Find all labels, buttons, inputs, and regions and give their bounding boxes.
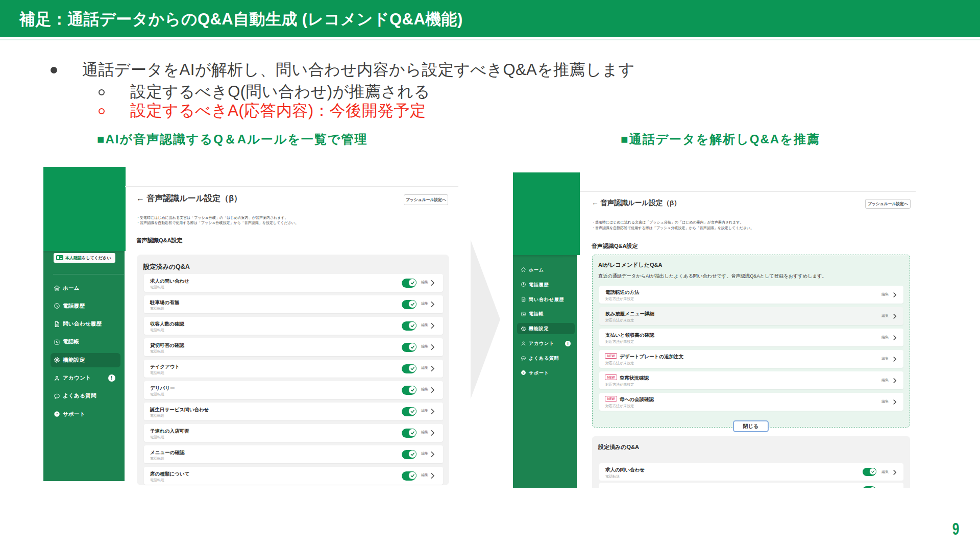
svg-text:?: ? [523,371,525,374]
svg-text:?: ? [56,412,58,416]
